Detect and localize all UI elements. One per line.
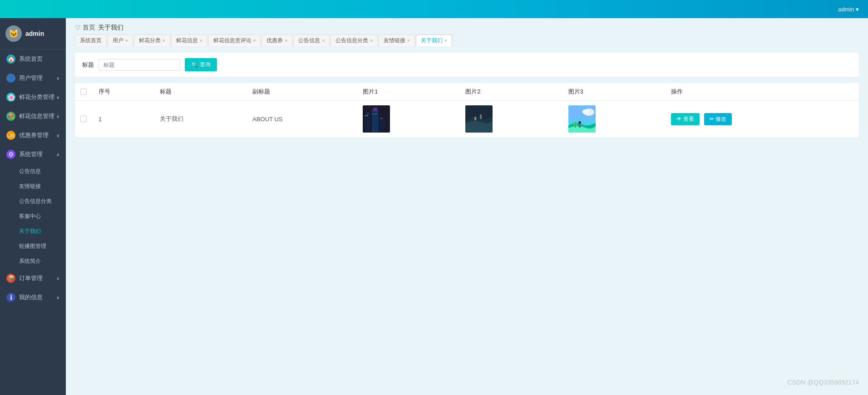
svg-point-22 (578, 121, 581, 124)
sidebar: 🐱 admin 🏠 系统首页 👤 用户管理 ∨ 🌸 鲜花分类管理 ∨ 💐 鲜花信… (0, 18, 66, 395)
sidebar-item-label-system: 系统管理 (19, 150, 43, 158)
tab-coupons[interactable]: 优惠券 × (261, 35, 292, 46)
nature-svg (568, 105, 596, 133)
tab-about[interactable]: 关于我们 × (416, 35, 452, 46)
sidebar-item-label-flower-cat: 鲜花分类管理 (19, 93, 54, 101)
svg-rect-10 (375, 114, 376, 114)
sidebar-sub-notice-cat[interactable]: 公告信息分类 (0, 194, 66, 209)
sidebar-item-label-users: 用户管理 (19, 74, 43, 82)
breadcrumb-home[interactable]: ♡ 首页 (75, 24, 95, 32)
home-heart-icon: ♡ (75, 24, 81, 31)
search-button[interactable]: 🔍 查询 (185, 58, 217, 71)
tab-users[interactable]: 用户 × (108, 35, 133, 46)
svg-rect-23 (579, 124, 581, 128)
sidebar-sub-customer[interactable]: 客服中心 (0, 209, 66, 224)
city-svg (363, 105, 390, 133)
row-img2 (465, 105, 493, 133)
sidebar-sub-about[interactable]: 关于我们 (0, 224, 66, 239)
sidebar-sub-notice[interactable]: 公告信息 (0, 164, 66, 179)
row-actions-cell: 👁 查看 ✏ 修改 (666, 101, 859, 138)
row-img1 (363, 105, 390, 133)
col-actions: 操作 (666, 83, 859, 101)
tab-notice-cat[interactable]: 公告信息分类 × (330, 35, 378, 46)
row-title: 关于我们 (154, 101, 247, 138)
tab-flower-info[interactable]: 鲜花信息 × (171, 35, 207, 46)
col-checkbox (75, 83, 93, 101)
row-checkbox-cell (75, 101, 93, 138)
chevron-up-icon: ∧ (56, 152, 59, 157)
orders-icon: 📦 (6, 274, 15, 283)
filter-label: 标题 (82, 61, 94, 69)
aerial-svg (465, 105, 493, 133)
svg-rect-1 (365, 114, 370, 133)
tab-close-users[interactable]: × (125, 38, 128, 43)
chevron-down-icon-6: ∨ (56, 295, 59, 300)
col-title: 标题 (154, 83, 247, 101)
sidebar-item-orders[interactable]: 📦 订单管理 ∨ (0, 269, 66, 288)
search-icon: 🔍 (191, 62, 198, 68)
table-row: 1 关于我们 ABOUT US (75, 101, 859, 138)
tab-close-about[interactable]: × (444, 38, 447, 43)
row-checkbox[interactable] (80, 116, 87, 122)
about-table: 序号 标题 副标题 图片1 图片2 图片3 操作 (75, 83, 859, 137)
svg-rect-21 (575, 124, 576, 128)
col-subtitle: 副标题 (247, 83, 357, 101)
system-icon: ⚙ (6, 150, 15, 159)
svg-rect-8 (367, 115, 368, 116)
row-index: 1 (93, 101, 154, 138)
title-search-input[interactable] (99, 59, 180, 71)
view-button[interactable]: 👁 查看 (671, 113, 700, 125)
col-img1: 图片1 (357, 83, 460, 101)
sidebar-item-flower-info[interactable]: 💐 鲜花信息管理 ∨ (0, 107, 66, 126)
tab-close-friend-link[interactable]: × (407, 38, 410, 43)
tab-close-coupons[interactable]: × (285, 38, 287, 43)
table-header-row: 序号 标题 副标题 图片1 图片2 图片3 操作 (75, 83, 859, 101)
sidebar-item-system[interactable]: ⚙ 系统管理 ∧ (0, 145, 66, 164)
table-wrapper: 序号 标题 副标题 图片1 图片2 图片3 操作 (75, 83, 859, 137)
flower-cat-icon: 🌸 (6, 93, 15, 102)
tab-notice[interactable]: 公告信息 × (293, 35, 330, 46)
tab-dashboard[interactable]: 系统首页 (75, 35, 107, 46)
sidebar-item-label-dashboard: 系统首页 (19, 55, 43, 63)
tab-close-flower-info[interactable]: × (200, 38, 202, 43)
sidebar-item-dashboard[interactable]: 🏠 系统首页 (0, 49, 66, 69)
chevron-down-icon-4: ∨ (56, 133, 59, 138)
sidebar-sub-friend-link[interactable]: 友情链接 (0, 179, 66, 194)
sidebar-item-users[interactable]: 👤 用户管理 ∨ (0, 69, 66, 88)
header-checkbox[interactable] (80, 89, 87, 95)
filter-row: 标题 🔍 查询 (75, 53, 859, 77)
top-bar-username[interactable]: admin ▾ (838, 6, 859, 13)
coupons-icon: 🎫 (6, 131, 15, 140)
svg-rect-3 (372, 110, 379, 133)
dashboard-icon: 🏠 (6, 54, 15, 64)
view-icon: 👁 (676, 116, 683, 122)
row-img3 (568, 105, 596, 133)
avatar: 🐱 (5, 25, 22, 42)
tab-close-notice-cat[interactable]: × (370, 38, 373, 43)
tab-flower-review[interactable]: 鲜花信息意评论 × (208, 35, 261, 46)
sidebar-sub-carousel[interactable]: 轮播图管理 (0, 239, 66, 254)
sidebar-item-flower-cat[interactable]: 🌸 鲜花分类管理 ∨ (0, 88, 66, 107)
chevron-down-icon-2: ∨ (56, 95, 59, 100)
edit-icon: ✏ (710, 116, 715, 122)
tab-flower-cat[interactable]: 鲜花分类 × (134, 35, 170, 46)
breadcrumb-home-label: 首页 (83, 24, 95, 32)
sidebar-item-myinfo[interactable]: ℹ 我的信息 ∨ (0, 288, 66, 307)
svg-rect-14 (474, 117, 476, 120)
sidebar-item-coupons[interactable]: 🎫 优惠券管理 ∨ (0, 126, 66, 145)
tab-close-flower-cat[interactable]: × (163, 38, 165, 43)
tab-close-notice[interactable]: × (322, 38, 325, 43)
tab-close-flower-review[interactable]: × (253, 38, 256, 43)
tab-friend-link[interactable]: 友情链接 × (379, 35, 415, 46)
myinfo-icon: ℹ (6, 293, 15, 302)
users-icon: 👤 (6, 74, 15, 83)
main-content: 标题 🔍 查询 序号 标题 (66, 46, 868, 395)
col-img2: 图片2 (460, 83, 562, 101)
sidebar-item-label-flower-info: 鲜花信息管理 (19, 112, 54, 120)
chevron-down-icon-5: ∨ (56, 276, 59, 281)
edit-button[interactable]: ✏ 修改 (704, 113, 732, 125)
sidebar-item-label-orders: 订单管理 (19, 274, 43, 282)
svg-rect-7 (365, 115, 366, 116)
sidebar-sub-sys-intro[interactable]: 系统简介 (0, 254, 66, 269)
sidebar-item-label-myinfo: 我的信息 (19, 293, 43, 301)
